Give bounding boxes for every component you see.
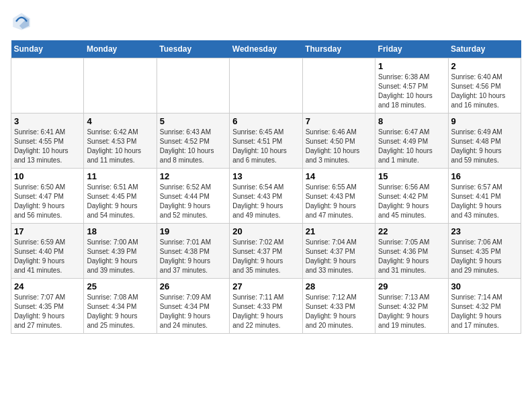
day-number: 25 xyxy=(87,281,153,291)
calendar-cell: 7Sunrise: 6:46 AM Sunset: 4:50 PM Daylig… xyxy=(302,113,375,169)
calendar-cell: 22Sunrise: 7:05 AM Sunset: 4:36 PM Dayli… xyxy=(375,224,448,279)
day-info: Sunrise: 7:09 AM Sunset: 4:34 PM Dayligh… xyxy=(160,293,226,330)
day-info: Sunrise: 6:49 AM Sunset: 4:48 PM Dayligh… xyxy=(451,128,518,165)
day-info: Sunrise: 7:08 AM Sunset: 4:34 PM Dayligh… xyxy=(87,293,153,330)
calendar-cell xyxy=(302,58,375,113)
calendar-week-row: 17Sunrise: 6:59 AM Sunset: 4:40 PM Dayli… xyxy=(11,224,521,279)
calendar-cell xyxy=(11,58,84,113)
calendar-cell: 29Sunrise: 7:13 AM Sunset: 4:32 PM Dayli… xyxy=(375,279,448,334)
day-number: 18 xyxy=(87,226,153,236)
day-number: 12 xyxy=(160,171,226,181)
day-info: Sunrise: 7:07 AM Sunset: 4:35 PM Dayligh… xyxy=(14,293,81,330)
weekday-header: Friday xyxy=(375,40,448,58)
day-info: Sunrise: 7:11 AM Sunset: 4:33 PM Dayligh… xyxy=(232,293,299,330)
calendar-cell: 8Sunrise: 6:47 AM Sunset: 4:49 PM Daylig… xyxy=(375,113,448,169)
day-info: Sunrise: 6:51 AM Sunset: 4:45 PM Dayligh… xyxy=(87,183,153,220)
day-number: 15 xyxy=(378,171,445,181)
day-info: Sunrise: 6:40 AM Sunset: 4:56 PM Dayligh… xyxy=(451,73,518,110)
day-number: 24 xyxy=(14,281,81,291)
calendar-cell: 23Sunrise: 7:06 AM Sunset: 4:35 PM Dayli… xyxy=(448,224,521,279)
calendar-cell xyxy=(84,58,157,113)
logo-icon xyxy=(11,11,32,32)
calendar-cell xyxy=(157,58,229,113)
day-number: 3 xyxy=(14,116,81,126)
calendar-cell: 12Sunrise: 6:52 AM Sunset: 4:44 PM Dayli… xyxy=(157,169,229,224)
calendar-cell: 9Sunrise: 6:49 AM Sunset: 4:48 PM Daylig… xyxy=(448,113,521,169)
day-info: Sunrise: 7:00 AM Sunset: 4:39 PM Dayligh… xyxy=(87,238,153,275)
day-info: Sunrise: 6:56 AM Sunset: 4:42 PM Dayligh… xyxy=(378,183,445,220)
calendar-week-row: 1Sunrise: 6:38 AM Sunset: 4:57 PM Daylig… xyxy=(11,58,521,113)
day-info: Sunrise: 7:13 AM Sunset: 4:32 PM Dayligh… xyxy=(378,293,445,330)
day-number: 17 xyxy=(14,226,81,236)
day-number: 26 xyxy=(160,281,226,291)
day-info: Sunrise: 6:45 AM Sunset: 4:51 PM Dayligh… xyxy=(232,128,299,165)
calendar-cell xyxy=(230,58,302,113)
day-number: 21 xyxy=(306,226,372,236)
calendar-header: SundayMondayTuesdayWednesdayThursdayFrid… xyxy=(11,40,521,58)
day-number: 27 xyxy=(232,281,299,291)
calendar-cell: 3Sunrise: 6:41 AM Sunset: 4:55 PM Daylig… xyxy=(11,113,84,169)
day-info: Sunrise: 7:12 AM Sunset: 4:33 PM Dayligh… xyxy=(306,293,372,330)
day-number: 28 xyxy=(306,281,372,291)
calendar-table: SundayMondayTuesdayWednesdayThursdayFrid… xyxy=(11,40,521,334)
calendar-cell: 6Sunrise: 6:45 AM Sunset: 4:51 PM Daylig… xyxy=(230,113,302,169)
calendar-week-row: 24Sunrise: 7:07 AM Sunset: 4:35 PM Dayli… xyxy=(11,279,521,334)
calendar-cell: 24Sunrise: 7:07 AM Sunset: 4:35 PM Dayli… xyxy=(11,279,84,334)
day-info: Sunrise: 6:54 AM Sunset: 4:43 PM Dayligh… xyxy=(232,183,299,220)
day-number: 23 xyxy=(451,226,518,236)
day-number: 29 xyxy=(378,281,445,291)
calendar-cell: 19Sunrise: 7:01 AM Sunset: 4:38 PM Dayli… xyxy=(157,224,229,279)
calendar-cell: 11Sunrise: 6:51 AM Sunset: 4:45 PM Dayli… xyxy=(84,169,157,224)
calendar-cell: 16Sunrise: 6:57 AM Sunset: 4:41 PM Dayli… xyxy=(448,169,521,224)
day-info: Sunrise: 6:46 AM Sunset: 4:50 PM Dayligh… xyxy=(306,128,372,165)
weekday-header: Saturday xyxy=(448,40,521,58)
calendar-cell: 25Sunrise: 7:08 AM Sunset: 4:34 PM Dayli… xyxy=(84,279,157,334)
calendar-cell: 26Sunrise: 7:09 AM Sunset: 4:34 PM Dayli… xyxy=(157,279,229,334)
day-number: 11 xyxy=(87,171,153,181)
calendar-cell: 5Sunrise: 6:43 AM Sunset: 4:52 PM Daylig… xyxy=(157,113,229,169)
calendar-cell: 13Sunrise: 6:54 AM Sunset: 4:43 PM Dayli… xyxy=(230,169,302,224)
day-info: Sunrise: 7:05 AM Sunset: 4:36 PM Dayligh… xyxy=(378,238,445,275)
day-info: Sunrise: 7:01 AM Sunset: 4:38 PM Dayligh… xyxy=(160,238,226,275)
calendar-cell: 15Sunrise: 6:56 AM Sunset: 4:42 PM Dayli… xyxy=(375,169,448,224)
day-number: 4 xyxy=(87,116,153,126)
day-info: Sunrise: 7:06 AM Sunset: 4:35 PM Dayligh… xyxy=(451,238,518,275)
weekday-header: Wednesday xyxy=(230,40,302,58)
day-number: 20 xyxy=(232,226,299,236)
weekday-header: Thursday xyxy=(302,40,375,58)
day-number: 13 xyxy=(232,171,299,181)
calendar-cell: 30Sunrise: 7:14 AM Sunset: 4:32 PM Dayli… xyxy=(448,279,521,334)
calendar-cell: 20Sunrise: 7:02 AM Sunset: 4:37 PM Dayli… xyxy=(230,224,302,279)
calendar-cell: 14Sunrise: 6:55 AM Sunset: 4:43 PM Dayli… xyxy=(302,169,375,224)
day-number: 14 xyxy=(306,171,372,181)
day-info: Sunrise: 6:42 AM Sunset: 4:53 PM Dayligh… xyxy=(87,128,153,165)
day-number: 30 xyxy=(451,281,518,291)
day-number: 5 xyxy=(160,116,226,126)
day-number: 2 xyxy=(451,61,518,71)
day-info: Sunrise: 6:47 AM Sunset: 4:49 PM Dayligh… xyxy=(378,128,445,165)
day-info: Sunrise: 7:14 AM Sunset: 4:32 PM Dayligh… xyxy=(451,293,518,330)
day-number: 19 xyxy=(160,226,226,236)
day-info: Sunrise: 6:38 AM Sunset: 4:57 PM Dayligh… xyxy=(378,73,445,110)
weekday-header: Monday xyxy=(84,40,157,58)
day-info: Sunrise: 6:43 AM Sunset: 4:52 PM Dayligh… xyxy=(160,128,226,165)
calendar-cell: 21Sunrise: 7:04 AM Sunset: 4:37 PM Dayli… xyxy=(302,224,375,279)
calendar-cell: 2Sunrise: 6:40 AM Sunset: 4:56 PM Daylig… xyxy=(448,58,521,113)
page-header xyxy=(11,11,521,32)
calendar-cell: 28Sunrise: 7:12 AM Sunset: 4:33 PM Dayli… xyxy=(302,279,375,334)
day-info: Sunrise: 6:52 AM Sunset: 4:44 PM Dayligh… xyxy=(160,183,226,220)
day-info: Sunrise: 6:41 AM Sunset: 4:55 PM Dayligh… xyxy=(14,128,81,165)
calendar-week-row: 10Sunrise: 6:50 AM Sunset: 4:47 PM Dayli… xyxy=(11,169,521,224)
weekday-header: Tuesday xyxy=(157,40,229,58)
logo xyxy=(11,11,35,32)
calendar-week-row: 3Sunrise: 6:41 AM Sunset: 4:55 PM Daylig… xyxy=(11,113,521,169)
day-info: Sunrise: 7:04 AM Sunset: 4:37 PM Dayligh… xyxy=(306,238,372,275)
calendar-cell: 4Sunrise: 6:42 AM Sunset: 4:53 PM Daylig… xyxy=(84,113,157,169)
calendar-cell: 17Sunrise: 6:59 AM Sunset: 4:40 PM Dayli… xyxy=(11,224,84,279)
day-number: 16 xyxy=(451,171,518,181)
calendar-cell: 1Sunrise: 6:38 AM Sunset: 4:57 PM Daylig… xyxy=(375,58,448,113)
calendar-cell: 18Sunrise: 7:00 AM Sunset: 4:39 PM Dayli… xyxy=(84,224,157,279)
day-info: Sunrise: 7:02 AM Sunset: 4:37 PM Dayligh… xyxy=(232,238,299,275)
day-number: 1 xyxy=(378,61,445,71)
day-info: Sunrise: 6:59 AM Sunset: 4:40 PM Dayligh… xyxy=(14,238,81,275)
